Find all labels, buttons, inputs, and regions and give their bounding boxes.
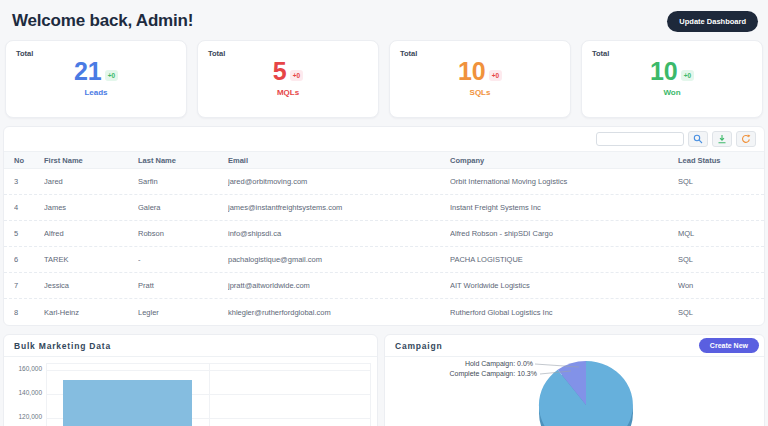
stat-badge-won: +0 bbox=[681, 70, 694, 81]
cell-last-name: Pratt bbox=[138, 281, 228, 290]
stat-name-mqls: MQLs bbox=[208, 88, 368, 97]
campaign-pie-svg bbox=[385, 357, 765, 426]
col-first-name: First Name bbox=[44, 156, 138, 165]
table-header-row: No First Name Last Name Email Company Le… bbox=[4, 151, 764, 169]
search-input[interactable] bbox=[596, 132, 684, 146]
stat-value-won: 10 bbox=[650, 57, 678, 85]
stat-name-sqls: SQLs bbox=[400, 88, 560, 97]
table-row[interactable]: 3 Jared Sarfin jared@orbitmoving.com Orb… bbox=[4, 169, 764, 195]
col-lead-status: Lead Status bbox=[678, 156, 764, 165]
cell-company: Instant Freight Systems Inc bbox=[450, 203, 678, 212]
stat-value-row: 21+0 bbox=[16, 59, 176, 84]
cell-email: james@instantfreightsystems.com bbox=[228, 203, 450, 212]
download-icon bbox=[717, 134, 727, 144]
cell-lead-status: SQL bbox=[678, 177, 764, 186]
campaign-title: Campaign bbox=[395, 341, 443, 351]
page-title: Welcome back, Admin! bbox=[12, 11, 193, 31]
stat-card-leads: Total 21+0 Leads bbox=[5, 40, 187, 118]
stat-badge-mqls: +0 bbox=[290, 70, 303, 81]
stat-name-leads: Leads bbox=[16, 88, 176, 97]
table-row[interactable]: 5 Alfred Robson info@shipsdi.ca Alfred R… bbox=[4, 221, 764, 247]
search-icon bbox=[693, 134, 703, 144]
cell-company: AIT Worldwide Logistics bbox=[450, 281, 678, 290]
bottom-row: Bulk Marketing Data 160,000 140,000 120,… bbox=[3, 334, 765, 426]
col-no: No bbox=[14, 156, 44, 165]
table-row[interactable]: 4 James Galera james@instantfreightsyste… bbox=[4, 195, 764, 221]
stat-badge-sqls: +0 bbox=[489, 70, 502, 81]
cell-last-name: Legler bbox=[138, 308, 228, 317]
cell-no: 6 bbox=[14, 255, 44, 264]
cell-last-name: Robson bbox=[138, 229, 228, 238]
cell-company: Alfred Robson - shipSDI Cargo bbox=[450, 229, 678, 238]
cell-email: khlegler@rutherfordglobal.com bbox=[228, 308, 450, 317]
cell-company: Rutherford Global Logistics Inc bbox=[450, 308, 678, 317]
cell-no: 8 bbox=[14, 308, 44, 317]
stat-badge-leads: +0 bbox=[105, 70, 118, 81]
export-button[interactable] bbox=[712, 131, 732, 147]
stats-row: Total 21+0 Leads Total 5+0 MQLs Total 10… bbox=[5, 40, 763, 118]
cell-first-name: Jared bbox=[44, 177, 138, 186]
cell-first-name: James bbox=[44, 203, 138, 212]
cell-lead-status: SQL bbox=[678, 255, 764, 264]
stat-card-won: Total 10+0 Won bbox=[581, 40, 763, 118]
leads-table-card: No First Name Last Name Email Company Le… bbox=[3, 126, 765, 326]
cell-last-name: Sarfin bbox=[138, 177, 228, 186]
campaign-header: Campaign Create New bbox=[385, 335, 764, 357]
page-header: Welcome back, Admin! Update Dashboard bbox=[0, 0, 768, 38]
cell-no: 7 bbox=[14, 281, 44, 290]
cell-lead-status: Won bbox=[678, 281, 764, 290]
stat-value-row: 5+0 bbox=[208, 59, 368, 84]
table-toolbar bbox=[4, 127, 764, 151]
bulk-marketing-panel: Bulk Marketing Data 160,000 140,000 120,… bbox=[3, 334, 378, 426]
update-dashboard-button[interactable]: Update Dashboard bbox=[667, 11, 758, 32]
cell-first-name: Alfred bbox=[44, 229, 138, 238]
cell-lead-status: MQL bbox=[678, 229, 764, 238]
y-tick-label: 120,000 bbox=[8, 413, 42, 420]
cell-company: Orbit International Moving Logistics bbox=[450, 177, 678, 186]
y-tick-label: 140,000 bbox=[8, 389, 42, 396]
stat-value-row: 10+0 bbox=[592, 59, 752, 84]
campaign-panel: Campaign Create New Hold Campaign: 0.0% … bbox=[384, 334, 765, 426]
refresh-icon bbox=[741, 134, 751, 144]
stat-value-leads: 21 bbox=[74, 57, 102, 85]
gridline-vertical bbox=[209, 364, 210, 426]
stat-name-won: Won bbox=[592, 88, 752, 97]
stat-card-sqls: Total 10+0 SQLs bbox=[389, 40, 571, 118]
bar-chart: 160,000 140,000 120,000 bbox=[8, 363, 371, 426]
cell-lead-status: SQL bbox=[678, 308, 764, 317]
cell-first-name: Jessica bbox=[44, 281, 138, 290]
pie-label-complete: Complete Campaign: 10.3% bbox=[385, 370, 537, 377]
stat-total-label: Total bbox=[208, 49, 368, 58]
col-email: Email bbox=[228, 156, 450, 165]
stat-card-mqls: Total 5+0 MQLs bbox=[197, 40, 379, 118]
cell-no: 5 bbox=[14, 229, 44, 238]
cell-no: 4 bbox=[14, 203, 44, 212]
col-last-name: Last Name bbox=[138, 156, 228, 165]
table-row[interactable]: 7 Jessica Pratt jpratt@aitworldwide.com … bbox=[4, 273, 764, 299]
cell-email: jared@orbitmoving.com bbox=[228, 177, 450, 186]
cell-no: 3 bbox=[14, 177, 44, 186]
pie-chart: Hold Campaign: 0.0% Complete Campaign: 1… bbox=[385, 357, 764, 426]
cell-first-name: TAREK bbox=[44, 255, 138, 264]
cell-email: pachalogistique@gmail.com bbox=[228, 255, 450, 264]
create-new-button[interactable]: Create New bbox=[699, 338, 759, 353]
pie-label-hold: Hold Campaign: 0.0% bbox=[385, 360, 533, 367]
bulk-marketing-header: Bulk Marketing Data bbox=[4, 335, 377, 357]
col-company: Company bbox=[450, 156, 678, 165]
bulk-marketing-title: Bulk Marketing Data bbox=[14, 341, 111, 351]
stat-value-mqls: 5 bbox=[273, 57, 287, 85]
stat-value-sqls: 10 bbox=[458, 57, 486, 85]
bar-marketing-data bbox=[63, 380, 192, 426]
table-row[interactable]: 6 TAREK - pachalogistique@gmail.com PACH… bbox=[4, 247, 764, 273]
search-button[interactable] bbox=[688, 131, 708, 147]
cell-email: jpratt@aitworldwide.com bbox=[228, 281, 450, 290]
stat-value-row: 10+0 bbox=[400, 59, 560, 84]
bar-plot-area bbox=[46, 363, 371, 426]
cell-last-name: - bbox=[138, 255, 228, 264]
refresh-button[interactable] bbox=[736, 131, 756, 147]
cell-email: info@shipsdi.ca bbox=[228, 229, 450, 238]
cell-first-name: Karl-Heinz bbox=[44, 308, 138, 317]
y-tick-label: 160,000 bbox=[8, 365, 42, 372]
table-row[interactable]: 8 Karl-Heinz Legler khlegler@rutherfordg… bbox=[4, 299, 764, 325]
cell-last-name: Galera bbox=[138, 203, 228, 212]
